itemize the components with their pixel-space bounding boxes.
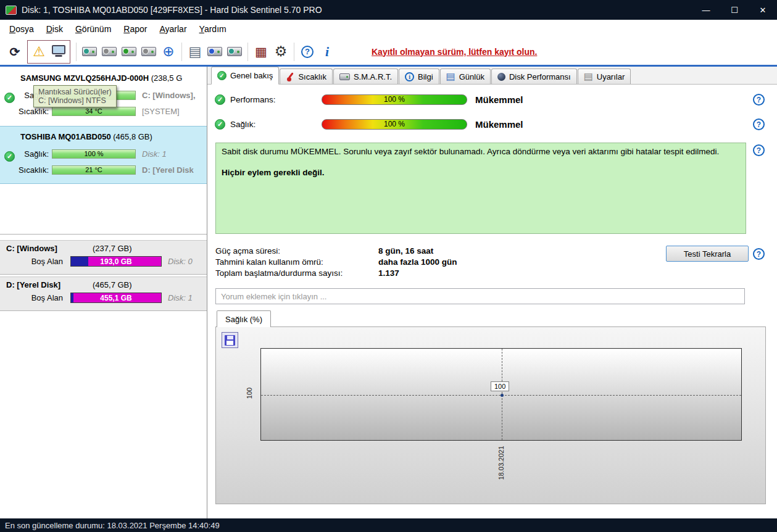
partition-name: D: [Yerel Disk] — [6, 280, 60, 289]
hdd-icon — [102, 47, 117, 56]
performance-ok-icon: ✓ — [215, 94, 225, 105]
report-icon[interactable]: ▤ — [185, 41, 205, 63]
surface-test-icon[interactable]: ▦ — [251, 41, 271, 63]
free-space-row: Boş Alan 193,0 GB Disk: 0 — [0, 256, 207, 267]
chart-data-point — [501, 394, 504, 397]
register-notice-link[interactable]: Kayıtlı olmayan sürüm, lütfen kayıt olun… — [372, 47, 537, 57]
health-chart-panel: 100 100 18.03.2021 — [215, 326, 766, 504]
last-update-status: En son güncelleme durumu: 18.03.2021 Per… — [5, 521, 220, 530]
disk-name: TOSHIBA MQ01ABD050 — [20, 132, 111, 141]
partition-item-c[interactable]: C: [Windows] (237,7 GB) Boş Alan 193,0 G… — [0, 240, 207, 275]
tab-smart[interactable]: S.M.A.R.T. — [333, 69, 398, 84]
disk-size: (238,5 G — [151, 73, 183, 83]
settings-gear-icon[interactable]: ⚙ — [271, 41, 291, 63]
free-space-value: 455,1 GB — [71, 293, 161, 302]
free-space-row: Boş Alan 455,1 GB Disk: 1 — [0, 293, 207, 303]
tooltip-logical-drives: Mantıksal Sürücü(ler) C: [Windows] NTFS — [33, 85, 117, 107]
menu-dosya[interactable]: Dosya — [3, 22, 40, 36]
network-icon[interactable]: ⊕ — [159, 41, 178, 63]
health-label: Sağlık: — [230, 120, 322, 129]
tabs-bar: ✓ Genel bakış Sıcaklık S.M.A.R.T. i Bilg… — [207, 67, 777, 85]
help-question-icon[interactable]: ? — [753, 118, 765, 130]
free-space-label: Boş Alan — [0, 293, 67, 302]
info-icon[interactable]: i — [317, 41, 337, 63]
help-question-icon[interactable]: ? — [753, 94, 765, 106]
performance-bar: 100 % — [322, 94, 467, 105]
toolbar-disk-icon-3[interactable] — [119, 41, 139, 63]
toolbar-disk-icon-1[interactable] — [80, 41, 99, 63]
comment-input[interactable] — [215, 288, 745, 304]
health-bar: 100 % — [322, 119, 467, 130]
save-chart-button[interactable] — [222, 332, 238, 348]
help-question-icon[interactable]: ? — [753, 144, 765, 156]
help-icon[interactable]: ? — [297, 41, 317, 63]
disk-title: TOSHIBA MQ01ABD050 (465,8 GB) — [20, 132, 206, 141]
info-circle-icon: i — [405, 72, 414, 81]
health-label: Sağlık: — [0, 149, 52, 159]
health-bar: 100 % — [52, 149, 136, 159]
toolbar: ⟳ ⚠ ⊕ ▤ ▦ ⚙ ? i Kayıtlı olmayan sürüm, l… — [0, 38, 777, 67]
disk-title: SAMSUNG MZVLQ256HAJD-000H (238,5 G — [20, 73, 206, 83]
tab-genel-bakis[interactable]: ✓ Genel bakış — [211, 67, 279, 85]
drive-letters: D: [Yerel Disk — [142, 165, 207, 175]
chart-tab-saglik[interactable]: Sağlık (%) — [217, 310, 271, 327]
disk-size: (465,8 GB) — [113, 132, 152, 141]
info-row: Güç açma süresi: 8 gün, 16 saat — [215, 246, 433, 257]
system-overview-icon[interactable] — [49, 41, 69, 63]
temperature-label: Sıcaklık: — [0, 165, 52, 175]
app-icon — [6, 6, 17, 15]
hdd-icon — [122, 47, 136, 56]
free-space-bar: 455,1 GB — [70, 293, 162, 303]
help-question-icon[interactable]: ? — [753, 248, 765, 260]
health-value: 100 % — [384, 120, 405, 128]
info-row: Toplam başlatma/durdurma sayısı: 1.137 — [215, 268, 399, 279]
temperature-bar: 21 °C — [52, 165, 136, 175]
tab-disk-performansi[interactable]: Disk Performansı — [491, 69, 577, 84]
tab-label: Günlük — [459, 72, 484, 81]
refresh-status-icon[interactable]: ⟳ — [5, 41, 25, 63]
info-row: Tahmini kalan kullanım ömrü: daha fazla … — [215, 257, 457, 268]
system-flag: [SYSTEM] — [142, 107, 207, 116]
disk-list: ✓ SAMSUNG MZVLQ256HAJD-000H (238,5 G Sağ… — [0, 67, 207, 235]
menu-gorunum[interactable]: Görünüm — [69, 22, 117, 36]
toolbar-disk-icon-2[interactable] — [99, 41, 119, 63]
tab-sicaklik[interactable]: Sıcaklık — [280, 69, 333, 84]
menu-rapor[interactable]: Rapor — [117, 22, 153, 36]
temperature-value: 34 °C — [85, 107, 102, 115]
hdd-icon — [227, 47, 242, 56]
toolbar-disk-icon-4[interactable] — [139, 41, 159, 63]
free-space-label: Boş Alan — [0, 257, 67, 266]
performance-value: 100 % — [384, 95, 405, 104]
menu-disk[interactable]: Disk — [40, 22, 69, 36]
tab-uyarilar[interactable]: ▤ Uyarılar — [578, 69, 631, 84]
refresh-disk-icon[interactable] — [205, 41, 225, 63]
thermometer-icon — [286, 72, 294, 81]
tab-label: Uyarılar — [597, 72, 625, 81]
performance-rating: Mükemmel — [475, 94, 523, 105]
status-action: Hiçbir eylem gerekli değil. — [222, 167, 740, 178]
tab-bilgi[interactable]: i Bilgi — [399, 69, 439, 84]
maximize-icon[interactable]: ☐ — [720, 0, 749, 20]
warning-icon[interactable]: ⚠ — [29, 41, 49, 63]
main-row: ✓ SAMSUNG MZVLQ256HAJD-000H (238,5 G Sağ… — [0, 67, 777, 518]
overview-check-icon: ✓ — [217, 71, 226, 80]
partition-item-d[interactable]: D: [Yerel Disk] (465,7 GB) Boş Alan 455,… — [0, 276, 207, 311]
menu-yardim[interactable]: Yardım — [193, 22, 233, 36]
window-title: Disk: 1, TOSHIBA MQ01ABD050 [429FF8XES] … — [22, 5, 322, 15]
minimize-icon[interactable]: — — [692, 0, 720, 20]
network-disk-icon[interactable] — [225, 41, 244, 63]
disk-item-toshiba-selected[interactable]: ✓ TOSHIBA MQ01ABD050 (465,8 GB) Sağlık: … — [0, 126, 207, 184]
retest-button[interactable]: Testi Tekrarla — [666, 246, 749, 262]
partition-size: (465,7 GB) — [93, 280, 132, 289]
temperature-bar: 34 °C — [52, 107, 136, 116]
app-window: Disk: 1, TOSHIBA MQ01ABD050 [429FF8XES] … — [0, 0, 777, 532]
window-controls: — ☐ ✕ — [692, 0, 777, 20]
tab-label: Disk Performansı — [509, 72, 571, 81]
hdd-icon — [141, 47, 156, 56]
disk-number: Disk: 1 — [168, 293, 193, 302]
partition-name: C: [Windows] — [6, 244, 57, 253]
tab-gunluk[interactable]: ▤ Günlük — [440, 69, 491, 84]
alerts-doc-icon: ▤ — [584, 72, 593, 81]
close-icon[interactable]: ✕ — [749, 0, 777, 20]
menu-ayarlar[interactable]: Ayarlar — [153, 22, 193, 36]
